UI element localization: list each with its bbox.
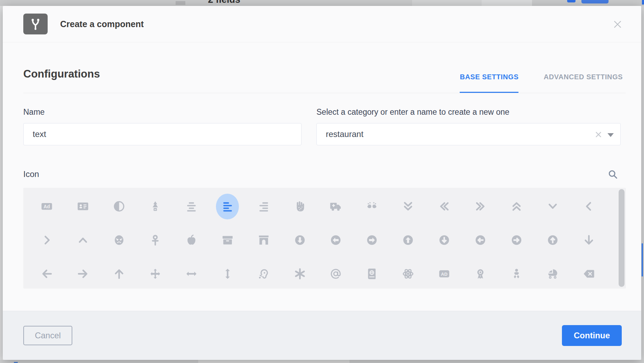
- icon-option-assistive-listening-systems[interactable]: [245, 257, 282, 289]
- icon-option-ambulance[interactable]: [318, 189, 354, 223]
- angle-up-icon: [77, 234, 89, 246]
- icon-option-arrow-circle-up[interactable]: [534, 223, 571, 257]
- icon-option-arrow-down[interactable]: [571, 223, 607, 257]
- icon-option-arrows-alt[interactable]: [137, 257, 174, 289]
- caret-down-icon[interactable]: [607, 133, 614, 137]
- tab-base-settings[interactable]: BASE SETTINGS: [460, 73, 518, 93]
- icon-picker-panel: AdAD: [23, 188, 626, 289]
- icon-option-ad[interactable]: Ad: [29, 189, 65, 223]
- clear-selection-icon[interactable]: [595, 131, 602, 138]
- icon-option-atlas[interactable]: [354, 257, 390, 289]
- icon-option-angle-right[interactable]: [29, 223, 65, 257]
- icon-option-arrow-alt-circle-down[interactable]: [282, 223, 318, 257]
- tab-advanced-settings[interactable]: ADVANCED SETTINGS: [544, 73, 623, 93]
- icon-option-baby[interactable]: [498, 257, 534, 289]
- icon-option-angry[interactable]: [101, 223, 137, 257]
- icon-option-align-left[interactable]: [209, 189, 245, 223]
- align-center-icon: [186, 201, 197, 212]
- angle-double-left-icon: [438, 201, 450, 212]
- angle-double-up-icon: [511, 201, 522, 212]
- asterisk-icon: [294, 268, 306, 280]
- ambulance-icon: [330, 201, 341, 212]
- icon-option-award[interactable]: [462, 257, 499, 289]
- angry-icon: [113, 234, 125, 246]
- icon-option-asterisk[interactable]: [282, 257, 318, 289]
- icon-option-align-center[interactable]: [174, 189, 210, 223]
- icon-option-arrow-alt-circle-left[interactable]: [318, 223, 354, 257]
- icon-option-atom[interactable]: [390, 257, 426, 289]
- icon-option-arrow-up[interactable]: [101, 257, 137, 289]
- background-blue-fragment: [581, 0, 609, 3]
- name-input[interactable]: [23, 123, 301, 145]
- icon-label: Icon: [23, 169, 39, 179]
- assistive-listening-systems-icon: [258, 268, 269, 280]
- arrow-left-icon: [41, 268, 53, 280]
- cancel-button[interactable]: Cancel: [23, 326, 72, 345]
- name-label: Name: [23, 107, 301, 117]
- icon-option-arrows-alt-h[interactable]: [174, 257, 210, 289]
- scrollbar-thumb[interactable]: [619, 189, 625, 287]
- icon-option-archway[interactable]: [245, 223, 282, 257]
- icon-option-ankh[interactable]: [137, 223, 174, 257]
- category-select-value: restaurant: [326, 129, 363, 139]
- background-blue-fragment: [567, 0, 575, 2]
- background-partial-text: 2 fields: [208, 0, 250, 6]
- icon-option-address-card[interactable]: [65, 189, 101, 223]
- background-page-top-strip: 2 fields: [0, 0, 644, 6]
- arrow-alt-circle-right-icon: [366, 234, 378, 246]
- create-component-modal: Create a component Configurations BASE S…: [3, 6, 641, 360]
- svg-text:AD: AD: [441, 272, 448, 277]
- atlas-icon: [366, 268, 378, 280]
- arrow-circle-right-icon: [511, 234, 522, 246]
- arrows-alt-h-icon: [186, 268, 197, 280]
- award-icon: [475, 268, 486, 280]
- icon-option-adjust[interactable]: [101, 189, 137, 223]
- icon-option-arrow-right[interactable]: [65, 257, 101, 289]
- icon-option-angle-double-left[interactable]: [426, 189, 462, 223]
- icon-option-arrow-circle-left[interactable]: [462, 223, 499, 257]
- icon-option-angle-double-up[interactable]: [498, 189, 534, 223]
- icon-option-arrows-alt-v[interactable]: [209, 257, 245, 289]
- icon-option-american-sign-language-interpreting[interactable]: [354, 189, 390, 223]
- close-icon: [613, 20, 622, 29]
- icon-option-angle-up[interactable]: [65, 223, 101, 257]
- icon-option-at[interactable]: [318, 257, 354, 289]
- icon-option-angle-left[interactable]: [571, 189, 607, 223]
- background-fragment: [198, 360, 349, 363]
- icon-option-angle-double-right[interactable]: [462, 189, 499, 223]
- search-icon[interactable]: [607, 169, 618, 179]
- icon-option-arrow-circle-down[interactable]: [426, 223, 462, 257]
- icon-option-allergies[interactable]: [282, 189, 318, 223]
- category-label: Select a category or enter a name to cre…: [316, 107, 621, 117]
- icon-option-align-right[interactable]: [245, 189, 282, 223]
- archive-icon: [222, 234, 233, 246]
- icon-option-backspace[interactable]: [571, 257, 607, 289]
- ankh-icon: [150, 234, 161, 246]
- arrows-alt-icon: [150, 268, 161, 280]
- address-card-icon: [77, 201, 89, 212]
- icon-option-air-freshener[interactable]: [137, 189, 174, 223]
- angle-down-icon: [547, 201, 558, 212]
- background-fragment: [482, 0, 532, 6]
- icon-option-arrow-left[interactable]: [29, 257, 65, 289]
- icon-option-audio-description[interactable]: AD: [426, 257, 462, 289]
- continue-button[interactable]: Continue: [562, 325, 622, 346]
- icon-option-arrow-alt-circle-right[interactable]: [354, 223, 390, 257]
- background-fragment: [412, 0, 482, 6]
- close-button[interactable]: [613, 20, 622, 29]
- icon-option-baby-carriage[interactable]: [534, 257, 571, 289]
- icon-option-angle-down[interactable]: [534, 189, 571, 223]
- category-select[interactable]: restaurant: [316, 123, 621, 145]
- allergies-icon: [294, 201, 306, 212]
- background-blue-fragment: [642, 0, 644, 5]
- svg-text:Ad: Ad: [44, 204, 50, 209]
- icon-grid: AdAD: [29, 188, 607, 289]
- archway-icon: [258, 234, 269, 246]
- section-title: Configurations: [23, 68, 100, 80]
- icon-option-archive[interactable]: [209, 223, 245, 257]
- tabs-divider: [23, 93, 626, 93]
- icon-option-arrow-circle-right[interactable]: [498, 223, 534, 257]
- icon-option-angle-double-down[interactable]: [390, 189, 426, 223]
- icon-option-arrow-alt-circle-up[interactable]: [390, 223, 426, 257]
- icon-option-apple-alt[interactable]: [174, 223, 210, 257]
